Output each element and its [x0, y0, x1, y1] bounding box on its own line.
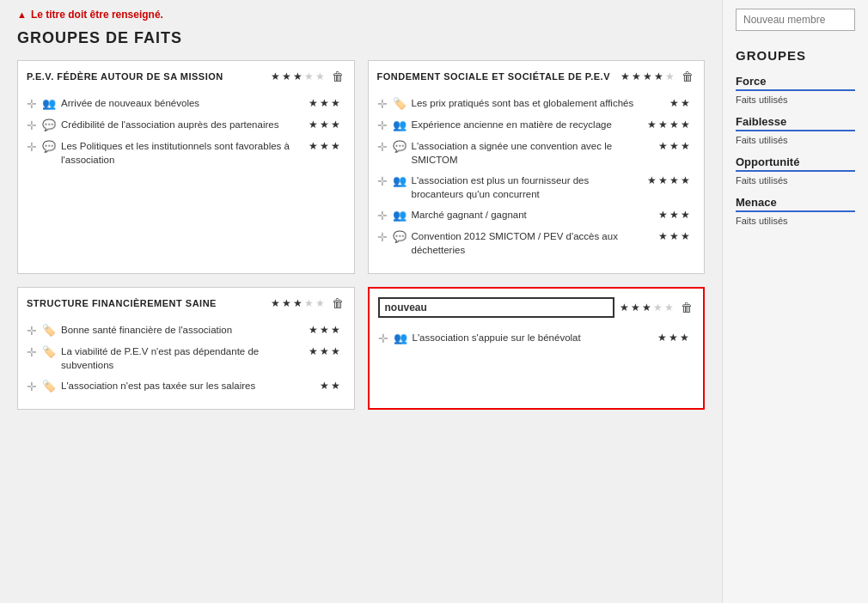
- star-filled[interactable]: ★: [647, 119, 657, 131]
- star-empty[interactable]: ★: [304, 70, 314, 82]
- drag-handle[interactable]: ✛: [27, 345, 37, 359]
- star-filled[interactable]: ★: [331, 380, 340, 392]
- star-filled[interactable]: ★: [282, 297, 291, 309]
- star-filled[interactable]: ★: [331, 97, 340, 109]
- sidebar-group-name[interactable]: Opportunité: [736, 155, 855, 168]
- star-filled[interactable]: ★: [669, 140, 679, 152]
- star-filled[interactable]: ★: [658, 140, 668, 152]
- fact-stars[interactable]: ★★★: [303, 140, 345, 152]
- fact-group-title: FONDEMENT SOCIALE ET SOCIÉTALE DE P.E.V: [377, 71, 616, 82]
- star-filled[interactable]: ★: [620, 70, 630, 82]
- star-filled[interactable]: ★: [658, 119, 668, 131]
- fact-stars[interactable]: ★★★: [653, 209, 695, 221]
- star-filled[interactable]: ★: [271, 70, 280, 82]
- star-filled[interactable]: ★: [681, 209, 690, 221]
- fact-stars[interactable]: ★★★: [303, 324, 345, 336]
- fact-item: ✛ 👥 Marché gagnant / gagnant ★★★: [377, 208, 696, 222]
- drag-handle[interactable]: ✛: [377, 230, 388, 244]
- star-filled[interactable]: ★: [657, 332, 667, 344]
- fact-stars[interactable]: ★★★: [652, 332, 694, 344]
- drag-handle[interactable]: ✛: [27, 119, 37, 132]
- star-filled[interactable]: ★: [331, 119, 340, 131]
- fact-icon: 👥: [393, 174, 406, 187]
- star-filled[interactable]: ★: [681, 230, 690, 242]
- drag-handle[interactable]: ✛: [377, 174, 388, 188]
- drag-handle[interactable]: ✛: [377, 119, 388, 132]
- star-filled[interactable]: ★: [320, 324, 329, 336]
- drag-handle[interactable]: ✛: [27, 380, 37, 393]
- star-filled[interactable]: ★: [669, 97, 679, 109]
- drag-handle[interactable]: ✛: [377, 140, 388, 154]
- star-filled[interactable]: ★: [658, 209, 668, 221]
- star-filled[interactable]: ★: [293, 297, 303, 309]
- star-filled[interactable]: ★: [331, 345, 340, 357]
- new-member-input[interactable]: [736, 9, 855, 31]
- star-filled[interactable]: ★: [309, 140, 318, 152]
- drag-handle[interactable]: ✛: [27, 324, 37, 338]
- star-filled[interactable]: ★: [309, 324, 318, 336]
- star-filled[interactable]: ★: [669, 209, 679, 221]
- star-filled[interactable]: ★: [320, 345, 329, 357]
- star-filled[interactable]: ★: [669, 119, 679, 131]
- drag-handle[interactable]: ✛: [377, 97, 388, 111]
- star-filled[interactable]: ★: [643, 70, 652, 82]
- fact-stars[interactable]: ★★★: [303, 345, 345, 357]
- star-filled[interactable]: ★: [632, 70, 641, 82]
- star-filled[interactable]: ★: [681, 97, 690, 109]
- star-filled[interactable]: ★: [681, 174, 690, 186]
- sidebar-group-name[interactable]: Faiblesse: [736, 115, 855, 128]
- fact-group-delete-button[interactable]: 🗑: [330, 296, 345, 310]
- fact-stars[interactable]: ★★★★: [642, 174, 695, 186]
- star-filled[interactable]: ★: [631, 302, 640, 314]
- fact-group-delete-button[interactable]: 🗑: [680, 70, 695, 83]
- star-filled[interactable]: ★: [320, 97, 329, 109]
- star-filled[interactable]: ★: [282, 70, 291, 82]
- drag-handle[interactable]: ✛: [378, 332, 388, 345]
- fact-stars[interactable]: ★★: [664, 97, 695, 109]
- fact-stars[interactable]: ★★★: [653, 230, 695, 242]
- star-filled[interactable]: ★: [681, 140, 690, 152]
- fact-group-title-input[interactable]: [378, 297, 615, 318]
- star-filled[interactable]: ★: [320, 380, 329, 392]
- star-empty[interactable]: ★: [653, 302, 663, 314]
- star-empty[interactable]: ★: [315, 70, 325, 82]
- sidebar-group-name[interactable]: Menace: [736, 196, 855, 209]
- fact-stars[interactable]: ★★★: [303, 119, 345, 131]
- star-filled[interactable]: ★: [320, 140, 329, 152]
- sidebar-group-name[interactable]: Force: [736, 75, 855, 88]
- star-filled[interactable]: ★: [681, 119, 690, 131]
- drag-handle[interactable]: ✛: [27, 97, 37, 111]
- star-filled[interactable]: ★: [654, 70, 663, 82]
- star-filled[interactable]: ★: [620, 302, 629, 314]
- star-filled[interactable]: ★: [647, 174, 657, 186]
- star-empty[interactable]: ★: [664, 302, 674, 314]
- star-filled[interactable]: ★: [658, 230, 668, 242]
- star-filled[interactable]: ★: [642, 302, 651, 314]
- star-filled[interactable]: ★: [658, 174, 668, 186]
- star-empty[interactable]: ★: [665, 70, 675, 82]
- fact-stars[interactable]: ★★★: [303, 97, 345, 109]
- fact-group-delete-button[interactable]: 🗑: [330, 70, 345, 83]
- sidebar-groups-list: Force Faits utilisés Faiblesse Faits uti…: [736, 75, 855, 226]
- star-filled[interactable]: ★: [293, 70, 303, 82]
- star-filled[interactable]: ★: [320, 119, 329, 131]
- drag-handle[interactable]: ✛: [377, 209, 388, 222]
- star-filled[interactable]: ★: [669, 174, 679, 186]
- star-filled[interactable]: ★: [331, 324, 340, 336]
- star-filled[interactable]: ★: [309, 97, 318, 109]
- drag-handle[interactable]: ✛: [27, 140, 37, 154]
- star-filled[interactable]: ★: [669, 332, 678, 344]
- star-filled[interactable]: ★: [271, 297, 280, 309]
- fact-group-delete-button[interactable]: 🗑: [679, 301, 694, 314]
- fact-stars[interactable]: ★★: [315, 380, 345, 392]
- fact-stars[interactable]: ★★★★: [642, 119, 695, 131]
- star-filled[interactable]: ★: [669, 230, 679, 242]
- fact-stars[interactable]: ★★★: [653, 140, 695, 152]
- star-filled[interactable]: ★: [680, 332, 689, 344]
- star-filled[interactable]: ★: [309, 345, 318, 357]
- star-empty[interactable]: ★: [315, 297, 325, 309]
- star-empty[interactable]: ★: [304, 297, 314, 309]
- star-filled[interactable]: ★: [331, 140, 340, 152]
- star-filled[interactable]: ★: [309, 119, 318, 131]
- groups-grid: P.E.V. FÉDÈRE AUTOUR DE SA MISSION ★★★★★…: [17, 60, 705, 410]
